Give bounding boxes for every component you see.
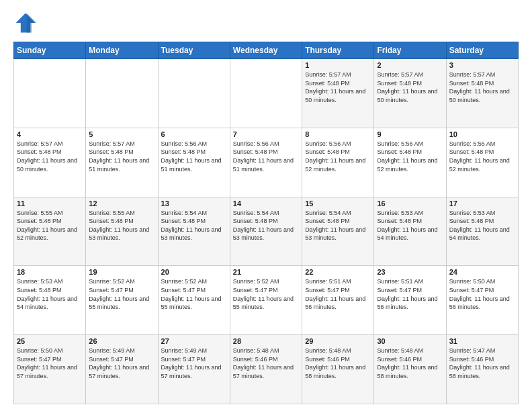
calendar-cell: 15 Sunrise: 5:54 AMSunset: 5:48 PMDaylig… (302, 197, 374, 266)
day-number: 16 (377, 199, 443, 208)
day-info: Sunrise: 5:56 AMSunset: 5:48 PMDaylight:… (233, 140, 299, 173)
day-number: 29 (305, 337, 371, 345)
day-info: Sunrise: 5:48 AMSunset: 5:46 PMDaylight:… (377, 347, 443, 380)
day-number: 31 (449, 337, 515, 345)
day-info: Sunrise: 5:57 AMSunset: 5:48 PMDaylight:… (305, 71, 371, 104)
day-info: Sunrise: 5:52 AMSunset: 5:47 PMDaylight:… (233, 277, 299, 311)
calendar-cell: 9 Sunrise: 5:56 AMSunset: 5:48 PMDayligh… (374, 128, 446, 197)
week-row-1: 4 Sunrise: 5:57 AMSunset: 5:48 PMDayligh… (14, 128, 519, 197)
day-number: 30 (377, 337, 443, 345)
day-number: 14 (233, 199, 299, 208)
day-info: Sunrise: 5:49 AMSunset: 5:47 PMDaylight:… (161, 347, 227, 380)
day-header-sunday: Sunday (14, 42, 86, 59)
day-number: 4 (17, 130, 83, 138)
day-number: 2 (377, 61, 443, 69)
calendar-cell: 8 Sunrise: 5:56 AMSunset: 5:48 PMDayligh… (302, 128, 374, 197)
day-info: Sunrise: 5:47 AMSunset: 5:46 PMDaylight:… (449, 347, 515, 380)
calendar-cell: 10 Sunrise: 5:55 AMSunset: 5:48 PMDaylig… (446, 128, 518, 197)
calendar-cell: 24 Sunrise: 5:50 AMSunset: 5:47 PMDaylig… (446, 266, 518, 335)
page: SundayMondayTuesdayWednesdayThursdayFrid… (0, 0, 532, 411)
day-info: Sunrise: 5:48 AMSunset: 5:46 PMDaylight:… (305, 347, 371, 380)
calendar-cell: 28 Sunrise: 5:48 AMSunset: 5:46 PMDaylig… (230, 335, 302, 404)
day-info: Sunrise: 5:53 AMSunset: 5:48 PMDaylight:… (449, 209, 515, 242)
day-header-saturday: Saturday (446, 42, 518, 59)
day-number: 11 (17, 199, 83, 208)
day-number: 20 (161, 268, 227, 276)
day-info: Sunrise: 5:56 AMSunset: 5:48 PMDaylight:… (161, 140, 227, 173)
day-header-tuesday: Tuesday (158, 42, 230, 59)
day-number: 21 (233, 268, 299, 276)
calendar-cell: 5 Sunrise: 5:57 AMSunset: 5:48 PMDayligh… (86, 128, 158, 197)
calendar-cell: 18 Sunrise: 5:53 AMSunset: 5:48 PMDaylig… (14, 266, 86, 335)
day-info: Sunrise: 5:52 AMSunset: 5:47 PMDaylight:… (89, 277, 154, 311)
calendar-cell: 13 Sunrise: 5:54 AMSunset: 5:48 PMDaylig… (158, 197, 230, 266)
calendar-cell: 25 Sunrise: 5:50 AMSunset: 5:47 PMDaylig… (14, 335, 86, 404)
day-number: 24 (449, 268, 515, 276)
week-row-4: 25 Sunrise: 5:50 AMSunset: 5:47 PMDaylig… (14, 335, 519, 404)
day-header-thursday: Thursday (302, 42, 374, 59)
day-info: Sunrise: 5:57 AMSunset: 5:48 PMDaylight:… (377, 71, 443, 104)
day-number: 3 (449, 61, 515, 69)
day-header-wednesday: Wednesday (230, 42, 302, 59)
calendar-cell: 16 Sunrise: 5:53 AMSunset: 5:48 PMDaylig… (374, 197, 446, 266)
day-info: Sunrise: 5:54 AMSunset: 5:48 PMDaylight:… (233, 209, 299, 242)
day-info: Sunrise: 5:51 AMSunset: 5:47 PMDaylight:… (305, 277, 371, 311)
day-number: 17 (449, 199, 515, 208)
day-info: Sunrise: 5:53 AMSunset: 5:48 PMDaylight:… (17, 277, 83, 311)
day-info: Sunrise: 5:57 AMSunset: 5:48 PMDaylight:… (89, 140, 154, 173)
day-info: Sunrise: 5:48 AMSunset: 5:46 PMDaylight:… (233, 347, 299, 380)
calendar-cell: 1 Sunrise: 5:57 AMSunset: 5:48 PMDayligh… (302, 59, 374, 128)
day-info: Sunrise: 5:50 AMSunset: 5:47 PMDaylight:… (17, 347, 83, 380)
logo (13, 11, 40, 35)
calendar-cell: 26 Sunrise: 5:49 AMSunset: 5:47 PMDaylig… (86, 335, 158, 404)
day-info: Sunrise: 5:53 AMSunset: 5:48 PMDaylight:… (377, 209, 443, 242)
day-number: 10 (449, 130, 515, 138)
svg-marker-1 (27, 13, 36, 33)
calendar-cell: 2 Sunrise: 5:57 AMSunset: 5:48 PMDayligh… (374, 59, 446, 128)
calendar-cell (230, 59, 302, 128)
calendar-cell: 22 Sunrise: 5:51 AMSunset: 5:47 PMDaylig… (302, 266, 374, 335)
day-info: Sunrise: 5:49 AMSunset: 5:47 PMDaylight:… (89, 347, 154, 380)
day-header-monday: Monday (86, 42, 158, 59)
day-number: 1 (305, 61, 371, 69)
calendar-cell (158, 59, 230, 128)
week-row-3: 18 Sunrise: 5:53 AMSunset: 5:48 PMDaylig… (14, 266, 519, 335)
calendar-cell: 23 Sunrise: 5:51 AMSunset: 5:47 PMDaylig… (374, 266, 446, 335)
calendar-cell: 21 Sunrise: 5:52 AMSunset: 5:47 PMDaylig… (230, 266, 302, 335)
day-number: 23 (377, 268, 443, 276)
calendar-cell: 30 Sunrise: 5:48 AMSunset: 5:46 PMDaylig… (374, 335, 446, 404)
day-info: Sunrise: 5:52 AMSunset: 5:47 PMDaylight:… (161, 277, 227, 311)
day-info: Sunrise: 5:51 AMSunset: 5:47 PMDaylight:… (377, 277, 443, 311)
day-number: 22 (305, 268, 371, 276)
day-number: 7 (233, 130, 299, 138)
calendar-cell: 12 Sunrise: 5:55 AMSunset: 5:48 PMDaylig… (86, 197, 158, 266)
calendar-cell: 29 Sunrise: 5:48 AMSunset: 5:46 PMDaylig… (302, 335, 374, 404)
day-info: Sunrise: 5:54 AMSunset: 5:48 PMDaylight:… (161, 209, 227, 242)
day-info: Sunrise: 5:57 AMSunset: 5:48 PMDaylight:… (449, 71, 515, 104)
day-info: Sunrise: 5:55 AMSunset: 5:48 PMDaylight:… (17, 209, 83, 242)
calendar-cell: 7 Sunrise: 5:56 AMSunset: 5:48 PMDayligh… (230, 128, 302, 197)
calendar-cell: 11 Sunrise: 5:55 AMSunset: 5:48 PMDaylig… (14, 197, 86, 266)
calendar-cell: 3 Sunrise: 5:57 AMSunset: 5:48 PMDayligh… (446, 59, 518, 128)
day-number: 9 (377, 130, 443, 138)
calendar-cell: 6 Sunrise: 5:56 AMSunset: 5:48 PMDayligh… (158, 128, 230, 197)
logo-icon (13, 11, 38, 35)
day-number: 8 (305, 130, 371, 138)
day-number: 19 (89, 268, 154, 276)
calendar-cell: 17 Sunrise: 5:53 AMSunset: 5:48 PMDaylig… (446, 197, 518, 266)
calendar-cell: 27 Sunrise: 5:49 AMSunset: 5:47 PMDaylig… (158, 335, 230, 404)
calendar-cell: 19 Sunrise: 5:52 AMSunset: 5:47 PMDaylig… (86, 266, 158, 335)
week-row-2: 11 Sunrise: 5:55 AMSunset: 5:48 PMDaylig… (14, 197, 519, 266)
day-header-friday: Friday (374, 42, 446, 59)
day-number: 15 (305, 199, 371, 208)
day-number: 13 (161, 199, 227, 208)
calendar-cell (14, 59, 86, 128)
day-number: 27 (161, 337, 227, 345)
day-info: Sunrise: 5:56 AMSunset: 5:48 PMDaylight:… (305, 140, 371, 173)
day-info: Sunrise: 5:55 AMSunset: 5:48 PMDaylight:… (449, 140, 515, 173)
day-info: Sunrise: 5:57 AMSunset: 5:48 PMDaylight:… (17, 140, 83, 173)
calendar-cell: 14 Sunrise: 5:54 AMSunset: 5:48 PMDaylig… (230, 197, 302, 266)
day-info: Sunrise: 5:56 AMSunset: 5:48 PMDaylight:… (377, 140, 443, 173)
day-info: Sunrise: 5:55 AMSunset: 5:48 PMDaylight:… (89, 209, 154, 242)
calendar-cell: 31 Sunrise: 5:47 AMSunset: 5:46 PMDaylig… (446, 335, 518, 404)
